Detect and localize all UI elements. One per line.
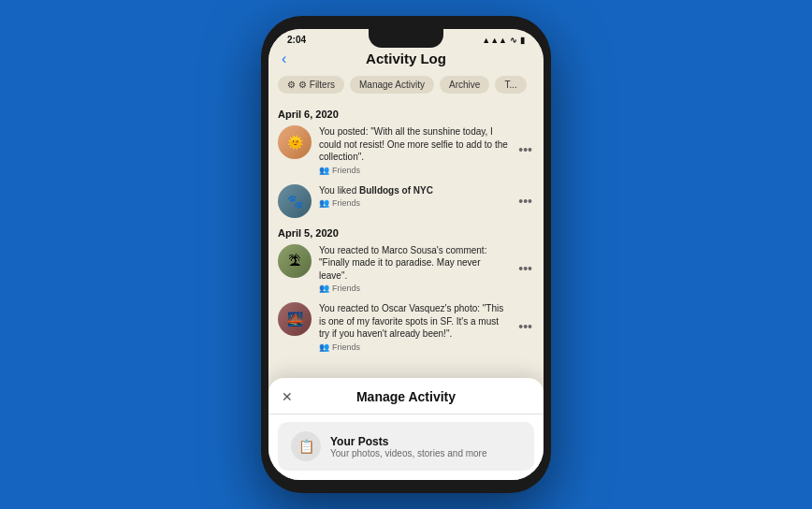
clipboard-icon: 📋 [298,439,314,454]
posts-label: Your Posts [330,435,521,448]
avatar: 🌉 [278,302,312,336]
tab-manage-activity[interactable]: Manage Activity [350,76,434,94]
more-options-button[interactable]: ••• [516,194,534,209]
item-content: You reacted to Marco Sousa's comment: "F… [319,244,509,294]
phone-notch [369,29,443,48]
sheet-header: ✕ Manage Activity [268,389,544,414]
more-options-button[interactable]: ••• [516,261,534,276]
item-content: You liked Bulldogs of NYC 👥 Friends [319,184,509,209]
list-item: 🐾 You liked Bulldogs of NYC 👥 Friends ••… [278,184,534,218]
wifi-icon: ∿ [510,36,517,45]
tab-row: ⚙ ⚙ Filters Manage Activity Archive T... [268,72,544,99]
item-meta: 👥 Friends [319,166,509,175]
posts-sublabel: Your photos, videos, stories and more [330,448,521,458]
phone-device: 2:04 ▲▲▲ ∿ ▮ ‹ Activity Log ⚙ ⚙ Filters … [261,16,551,493]
friends-icon: 👥 [319,342,329,352]
item-text: You reacted to Marco Sousa's comment: "F… [319,244,509,283]
page-title: Activity Log [366,51,446,66]
item-meta: 👥 Friends [319,198,509,208]
date-label-april5: April 5, 2020 [278,227,534,239]
sheet-title: Manage Activity [356,389,456,404]
tab-more[interactable]: T... [495,76,526,94]
back-button[interactable]: ‹ [282,51,286,67]
friends-icon: 👥 [319,198,329,208]
battery-icon: ▮ [520,36,525,45]
signal-icon: ▲▲▲ [482,36,507,45]
tab-archive[interactable]: Archive [440,76,489,94]
avatar: 🌞 [278,125,312,159]
avatar: 🏝 [278,244,312,278]
posts-icon: 📋 [291,431,321,461]
item-text: You reacted to Oscar Vasquez's photo: "T… [319,302,509,341]
item-content: You posted: "With all the sunshine today… [319,125,509,175]
close-button[interactable]: ✕ [282,389,293,404]
more-options-button[interactable]: ••• [516,142,534,157]
tab-filters[interactable]: ⚙ ⚙ Filters [278,76,344,94]
friends-icon: 👥 [319,284,329,293]
phone-screen: 2:04 ▲▲▲ ∿ ▮ ‹ Activity Log ⚙ ⚙ Filters … [268,29,544,480]
posts-text-block: Your Posts Your photos, videos, stories … [330,435,521,458]
item-meta: 👥 Friends [319,342,509,352]
item-content: You reacted to Oscar Vasquez's photo: "T… [319,302,509,352]
item-text: You liked Bulldogs of NYC [319,184,509,197]
bottom-sheet: ✕ Manage Activity 📋 Your Posts Your phot… [268,378,544,480]
date-label-april6: April 6, 2020 [278,109,534,120]
friends-icon: 👥 [319,166,329,175]
list-item: 🏝 You reacted to Marco Sousa's comment: … [278,244,534,294]
your-posts-item[interactable]: 📋 Your Posts Your photos, videos, storie… [278,422,534,471]
list-item: 🌞 You posted: "With all the sunshine tod… [278,125,534,175]
status-time: 2:04 [287,35,306,45]
item-meta: 👥 Friends [319,284,509,293]
status-icons: ▲▲▲ ∿ ▮ [482,36,525,45]
more-label: T... [504,80,516,90]
filter-icon: ⚙ [287,80,296,90]
avatar: 🐾 [278,184,312,218]
manage-activity-label: Manage Activity [359,80,425,90]
more-options-button[interactable]: ••• [516,319,534,334]
item-text: You posted: "With all the sunshine today… [319,125,509,164]
nav-header: ‹ Activity Log [268,47,544,72]
archive-label: Archive [449,80,480,90]
list-item: 🌉 You reacted to Oscar Vasquez's photo: … [278,302,534,352]
